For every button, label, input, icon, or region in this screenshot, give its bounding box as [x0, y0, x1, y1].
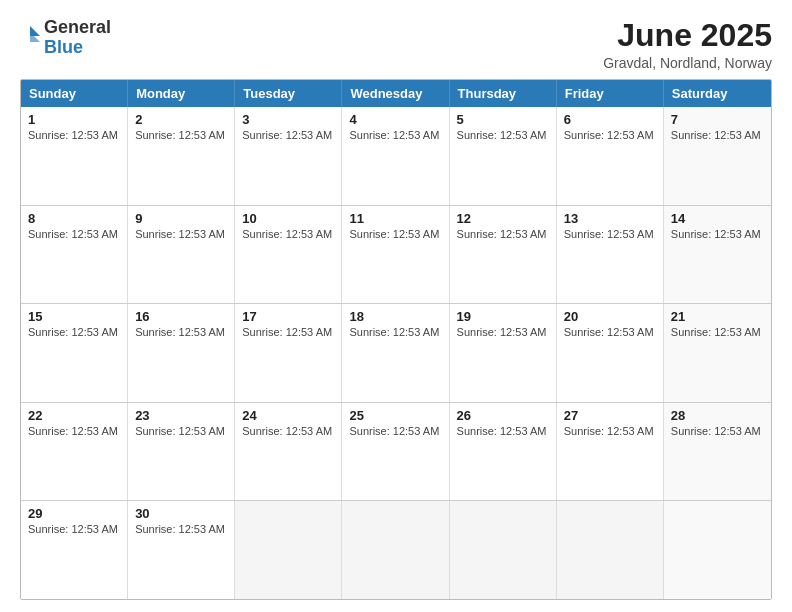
- cell-13: 13Sunrise: 12:53 AM: [557, 206, 664, 304]
- header-wednesday: Wednesday: [342, 80, 449, 107]
- title-block: June 2025 Gravdal, Nordland, Norway: [603, 18, 772, 71]
- cell-27: 27Sunrise: 12:53 AM: [557, 403, 664, 501]
- cell-4: 4Sunrise: 12:53 AM: [342, 107, 449, 205]
- cell-21: 21Sunrise: 12:53 AM: [664, 304, 771, 402]
- header-thursday: Thursday: [450, 80, 557, 107]
- cell-15: 15Sunrise: 12:53 AM: [21, 304, 128, 402]
- cell-5: 5Sunrise: 12:53 AM: [450, 107, 557, 205]
- cell-17: 17Sunrise: 12:53 AM: [235, 304, 342, 402]
- header-monday: Monday: [128, 80, 235, 107]
- cell-11: 11Sunrise: 12:53 AM: [342, 206, 449, 304]
- cell-7: 7Sunrise: 12:53 AM: [664, 107, 771, 205]
- cell-26: 26Sunrise: 12:53 AM: [450, 403, 557, 501]
- cell-29: 29Sunrise: 12:53 AM: [21, 501, 128, 599]
- week-row-3: 15Sunrise: 12:53 AM 16Sunrise: 12:53 AM …: [21, 303, 771, 402]
- calendar-header: Sunday Monday Tuesday Wednesday Thursday…: [21, 80, 771, 107]
- cell-9: 9Sunrise: 12:53 AM: [128, 206, 235, 304]
- cell-22: 22Sunrise: 12:53 AM: [21, 403, 128, 501]
- cell-25: 25Sunrise: 12:53 AM: [342, 403, 449, 501]
- location-subtitle: Gravdal, Nordland, Norway: [603, 55, 772, 71]
- cell-30: 30Sunrise: 12:53 AM: [128, 501, 235, 599]
- cell-empty-5: [664, 501, 771, 599]
- cell-empty-3: [450, 501, 557, 599]
- week-row-5: 29Sunrise: 12:53 AM 30Sunrise: 12:53 AM: [21, 500, 771, 599]
- cell-empty-1: [235, 501, 342, 599]
- logo-icon: [20, 24, 40, 52]
- cell-12: 12Sunrise: 12:53 AM: [450, 206, 557, 304]
- header-tuesday: Tuesday: [235, 80, 342, 107]
- cell-14: 14Sunrise: 12:53 AM: [664, 206, 771, 304]
- month-title: June 2025: [603, 18, 772, 53]
- cell-8: 8Sunrise: 12:53 AM: [21, 206, 128, 304]
- logo-blue-text: Blue: [44, 37, 83, 57]
- cell-1: 1Sunrise: 12:53 AM: [21, 107, 128, 205]
- cell-3: 3Sunrise: 12:53 AM: [235, 107, 342, 205]
- calendar: Sunday Monday Tuesday Wednesday Thursday…: [20, 79, 772, 600]
- page: General Blue June 2025 Gravdal, Nordland…: [0, 0, 792, 612]
- header-sunday: Sunday: [21, 80, 128, 107]
- cell-20: 20Sunrise: 12:53 AM: [557, 304, 664, 402]
- cell-2: 2Sunrise: 12:53 AM: [128, 107, 235, 205]
- cell-empty-4: [557, 501, 664, 599]
- calendar-body: 1Sunrise: 12:53 AM 2Sunrise: 12:53 AM 3S…: [21, 107, 771, 599]
- logo: General Blue: [20, 18, 111, 58]
- week-row-4: 22Sunrise: 12:53 AM 23Sunrise: 12:53 AM …: [21, 402, 771, 501]
- cell-19: 19Sunrise: 12:53 AM: [450, 304, 557, 402]
- cell-18: 18Sunrise: 12:53 AM: [342, 304, 449, 402]
- cell-6: 6Sunrise: 12:53 AM: [557, 107, 664, 205]
- header: General Blue June 2025 Gravdal, Nordland…: [20, 18, 772, 71]
- header-saturday: Saturday: [664, 80, 771, 107]
- week-row-1: 1Sunrise: 12:53 AM 2Sunrise: 12:53 AM 3S…: [21, 107, 771, 205]
- logo-general-text: General: [44, 17, 111, 37]
- cell-28: 28Sunrise: 12:53 AM: [664, 403, 771, 501]
- cell-10: 10Sunrise: 12:53 AM: [235, 206, 342, 304]
- cell-16: 16Sunrise: 12:53 AM: [128, 304, 235, 402]
- cell-23: 23Sunrise: 12:53 AM: [128, 403, 235, 501]
- header-friday: Friday: [557, 80, 664, 107]
- week-row-2: 8Sunrise: 12:53 AM 9Sunrise: 12:53 AM 10…: [21, 205, 771, 304]
- cell-24: 24Sunrise: 12:53 AM: [235, 403, 342, 501]
- cell-empty-2: [342, 501, 449, 599]
